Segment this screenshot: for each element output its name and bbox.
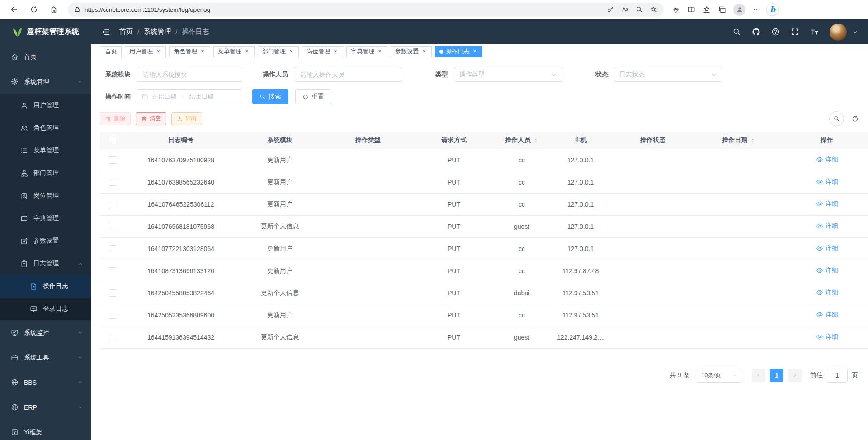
operator-input[interactable] — [294, 67, 402, 82]
tab-字典管理[interactable]: 字典管理× — [346, 46, 387, 57]
sidebar-item-字典管理[interactable]: 字典管理 — [0, 207, 91, 230]
row-checkbox[interactable] — [109, 334, 116, 341]
breadcrumb-item[interactable]: 系统管理 — [144, 28, 171, 36]
date-range-input[interactable]: 开始日期 - 结束日期 — [137, 89, 242, 104]
sidebar-item-系统工具[interactable]: 系统工具 — [0, 345, 91, 370]
select-all-checkbox[interactable] — [109, 137, 116, 144]
next-page-button[interactable] — [788, 369, 802, 382]
row-checkbox[interactable] — [109, 179, 116, 186]
detail-link[interactable]: 详细 — [816, 244, 838, 252]
back-button[interactable] — [6, 2, 22, 17]
tab-菜单管理[interactable]: 菜单管理× — [213, 46, 255, 57]
current-page[interactable]: 1 — [770, 369, 783, 382]
sidebar-item-角色管理[interactable]: 角色管理 — [0, 117, 91, 139]
detail-link[interactable]: 详细 — [816, 289, 838, 297]
read-aloud-icon[interactable] — [621, 6, 628, 13]
close-icon[interactable]: × — [244, 48, 250, 55]
tab-用户管理[interactable]: 用户管理× — [125, 46, 166, 57]
app-logo[interactable]: 意框架管理系统 — [0, 19, 91, 44]
tab-操作日志[interactable]: 操作日志× — [435, 46, 482, 57]
type-select[interactable]: 操作类型 — [454, 67, 562, 82]
tab-角色管理[interactable]: 角色管理× — [169, 46, 210, 57]
detail-link[interactable]: 详细 — [816, 311, 838, 319]
table-search-toggle-button[interactable] — [829, 111, 844, 126]
key-icon[interactable] — [607, 6, 614, 13]
sidebar-item-Yi框架[interactable]: Yi框架 — [0, 420, 91, 440]
detail-link[interactable]: 详细 — [816, 178, 838, 186]
column-header-系统模块: 系统模块 — [237, 132, 323, 149]
sidebar-item-操作日志[interactable]: 操作日志 — [0, 275, 91, 298]
sidebar-item-首页[interactable]: 首页 — [0, 44, 91, 69]
tab-首页[interactable]: 首页 — [101, 46, 122, 57]
reset-button[interactable]: 重置 — [295, 89, 331, 104]
user-avatar[interactable] — [830, 24, 847, 41]
row-checkbox[interactable] — [109, 156, 116, 164]
detail-link[interactable]: 详细 — [816, 333, 838, 341]
search-icon[interactable] — [732, 28, 741, 36]
zoom-out-icon[interactable] — [636, 6, 643, 13]
detail-link[interactable]: 详细 — [816, 222, 838, 230]
essentials-icon[interactable] — [672, 5, 680, 14]
sidebar-item-菜单管理[interactable]: 菜单管理 — [0, 139, 91, 162]
bing-icon[interactable]: b — [766, 3, 779, 16]
close-icon[interactable]: × — [155, 48, 161, 55]
close-icon[interactable]: × — [288, 48, 294, 55]
sidebar-item-系统管理[interactable]: 系统管理 — [0, 69, 91, 94]
github-icon[interactable] — [752, 28, 760, 36]
tab-参数设置[interactable]: 参数设置× — [391, 46, 432, 57]
split-icon[interactable] — [687, 5, 695, 14]
close-icon[interactable]: × — [377, 48, 383, 55]
sidebar-item-系统监控[interactable]: 系统监控 — [0, 320, 91, 345]
dots-icon[interactable] — [753, 5, 761, 14]
tab-部门管理[interactable]: 部门管理× — [258, 46, 299, 57]
profile-avatar[interactable] — [733, 4, 745, 16]
refresh-button[interactable] — [26, 2, 42, 17]
row-checkbox[interactable] — [109, 267, 116, 274]
collections-icon[interactable] — [718, 5, 726, 14]
sidebar-item-ERP[interactable]: ERP — [0, 395, 91, 420]
page-size-select[interactable]: 10条/页 — [697, 369, 742, 383]
close-icon[interactable]: × — [421, 48, 427, 55]
sidebar-item-BBS[interactable]: BBS — [0, 370, 91, 395]
breadcrumb-item[interactable]: 首页 — [119, 28, 133, 36]
row-checkbox[interactable] — [109, 245, 116, 252]
fullscreen-icon[interactable] — [791, 28, 799, 36]
sidebar-item-参数设置[interactable]: 参数设置 — [0, 230, 91, 252]
sidebar-item-部门管理[interactable]: 部门管理 — [0, 162, 91, 185]
address-bar[interactable]: https://ccnetcore.com:1101/system/log/op… — [68, 3, 664, 17]
row-checkbox[interactable] — [109, 312, 116, 319]
avatar-caret-down-icon[interactable] — [852, 29, 858, 35]
home-button[interactable] — [46, 2, 61, 17]
close-icon[interactable]: × — [332, 48, 339, 55]
sidebar-item-登录日志[interactable]: 登录日志 — [0, 298, 91, 320]
star-bar-icon[interactable] — [703, 5, 711, 14]
hamburger-icon[interactable] — [101, 27, 110, 37]
detail-link[interactable]: 详细 — [816, 200, 838, 208]
cell-status — [612, 260, 693, 282]
font-size-icon[interactable] — [810, 28, 819, 36]
search-button[interactable]: 搜索 — [252, 89, 288, 104]
clear-button[interactable]: 清空 — [136, 112, 166, 125]
row-checkbox[interactable] — [109, 201, 116, 208]
table-refresh-icon[interactable] — [851, 115, 859, 123]
row-checkbox[interactable] — [109, 289, 116, 297]
detail-link[interactable]: 详细 — [816, 266, 838, 274]
sidebar-item-用户管理[interactable]: 用户管理 — [0, 94, 91, 117]
status-select[interactable]: 日志状态 — [614, 67, 722, 82]
goto-page-input[interactable] — [827, 369, 848, 383]
tab-岗位管理[interactable]: 岗位管理× — [302, 46, 343, 57]
detail-link[interactable]: 详细 — [816, 156, 838, 164]
question-icon[interactable] — [771, 28, 780, 36]
column-header-操作日期[interactable]: 操作日期 — [693, 132, 784, 149]
sidebar-item-岗位管理[interactable]: 岗位管理 — [0, 185, 91, 207]
row-checkbox[interactable] — [109, 223, 116, 230]
column-header-操作人员[interactable]: 操作人员 — [495, 132, 549, 149]
export-button[interactable]: 导出 — [171, 112, 202, 125]
close-icon[interactable]: × — [199, 48, 206, 55]
close-icon[interactable]: × — [472, 48, 478, 55]
star-plus-icon[interactable] — [650, 6, 657, 13]
delete-button[interactable]: 删除 — [100, 112, 131, 125]
prev-page-button[interactable] — [752, 369, 765, 382]
sidebar-item-日志管理[interactable]: 日志管理 — [0, 252, 91, 275]
module-input[interactable] — [137, 67, 242, 82]
